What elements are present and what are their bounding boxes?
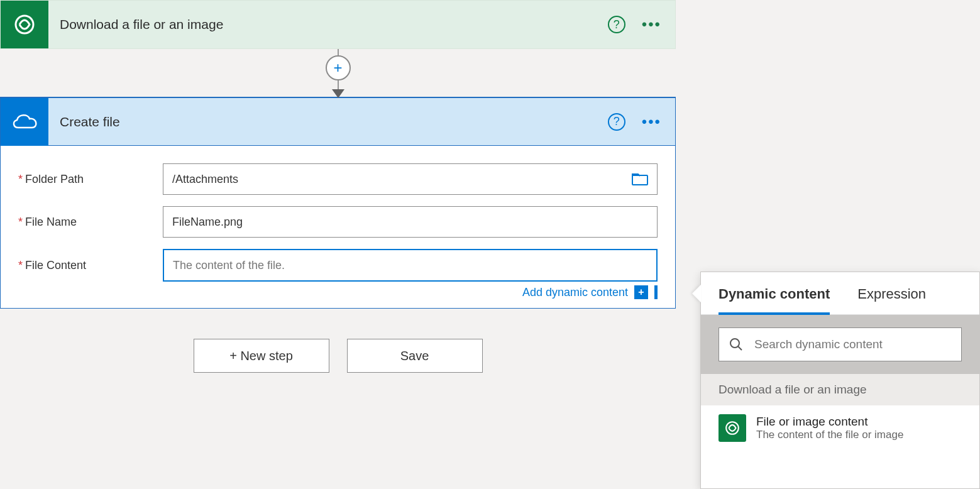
field-folder-path: *Folder Path /Attachments [18,163,658,195]
field-file-content: *File Content The content of the file. [18,249,658,282]
more-icon[interactable]: ••• [642,114,661,129]
add-step-button[interactable]: + [326,55,351,80]
value-folder-path: /Attachments [172,173,238,186]
step-download-file[interactable]: Download a file or an image ? ••• [0,0,676,49]
svg-point-2 [730,339,739,348]
save-button[interactable]: Save [347,339,483,373]
input-file-content[interactable]: The content of the file. [163,249,658,282]
label-file-name: File Name [25,216,77,228]
add-dynamic-content-link[interactable]: Add dynamic content [522,286,628,299]
input-file-name[interactable]: FileName.png [163,206,658,238]
plus-icon[interactable]: + [634,285,648,299]
action-buttons: + New step Save [0,339,676,373]
step-title: Download a file or an image [48,17,608,32]
tab-expression[interactable]: Expression [857,286,926,314]
collapse-icon[interactable] [654,285,658,299]
connector: + [0,49,676,97]
field-file-name: *File Name FileName.png [18,206,658,238]
step-create-file-body: *Folder Path /Attachments *File Name Fil… [0,146,676,309]
input-folder-path[interactable]: /Attachments [163,163,658,195]
dynamic-item-title: File or image content [756,415,903,429]
svg-line-3 [738,346,742,350]
dynamic-item-desc: The content of the file or image [756,429,903,441]
search-box[interactable] [718,327,962,361]
more-icon[interactable]: ••• [642,17,661,32]
new-step-button[interactable]: + New step [194,339,329,373]
step-title: Create file [48,114,608,129]
dynamic-item-file-content[interactable]: File or image content The content of the… [701,405,979,451]
value-file-name: FileName.png [172,216,243,229]
svg-point-0 [16,16,33,33]
tab-dynamic-content[interactable]: Dynamic content [718,286,830,315]
onedrive-icon [1,98,48,146]
search-icon [729,338,743,351]
placeholder-file-content: The content of the file. [173,259,285,272]
label-folder-path: Folder Path [25,173,84,185]
dataverse-icon [718,414,746,442]
dynamic-section-header: Download a file or an image [701,374,979,405]
label-file-content: File Content [25,259,86,272]
search-input[interactable] [754,338,951,351]
dataverse-icon [1,1,48,48]
arrow-down-icon [332,89,344,98]
svg-point-4 [726,422,739,434]
step-create-file[interactable]: Create file ? ••• [0,97,676,146]
dynamic-content-panel: Dynamic content Expression Download a fi… [700,272,980,489]
folder-picker-icon[interactable] [632,173,648,185]
help-icon[interactable]: ? [608,113,625,131]
svg-rect-1 [632,175,647,185]
help-icon[interactable]: ? [608,16,625,33]
